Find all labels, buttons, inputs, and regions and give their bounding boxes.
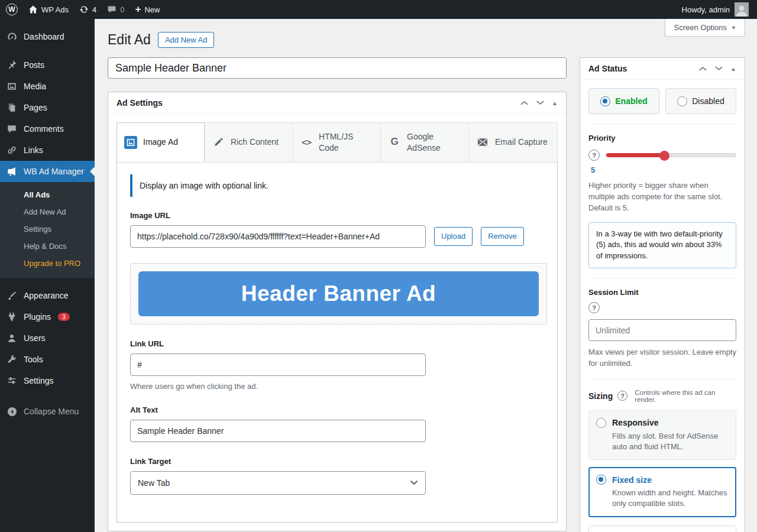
- avatar[interactable]: [735, 2, 749, 17]
- priority-label: Priority: [588, 134, 736, 142]
- sidebar-item-plugins[interactable]: Plugins 3: [0, 306, 95, 327]
- enabled-button[interactable]: Enabled: [588, 88, 659, 114]
- ad-type-tabs: Image Ad Rich Content <> HTML/JS Code: [117, 122, 558, 162]
- home-icon: [28, 5, 38, 14]
- plugins-icon: [6, 311, 18, 323]
- pages-icon: [6, 102, 18, 113]
- alt-text-label: Alt Text: [130, 406, 544, 414]
- session-limit-input[interactable]: [588, 319, 736, 341]
- sidebar-item-dashboard[interactable]: Dashboard: [0, 26, 95, 47]
- upload-button[interactable]: Upload: [434, 227, 473, 246]
- admin-sidebar: Dashboard Posts Media Pages Comments Lin…: [0, 19, 95, 532]
- sizing-option-fixed[interactable]: Fixed size Known width and height. Match…: [588, 467, 736, 517]
- sidebar-item-label: Tools: [24, 355, 43, 364]
- sidebar-item-tools[interactable]: Tools: [0, 349, 95, 370]
- session-limit-help-text: Max views per visitor session. Leave emp…: [588, 347, 736, 369]
- submenu-item-settings[interactable]: Settings: [0, 220, 95, 238]
- add-new-ad-button[interactable]: Add New Ad: [158, 32, 215, 48]
- links-icon: [6, 144, 18, 156]
- responsive-radio: [596, 418, 606, 428]
- comments-link[interactable]: 0: [107, 5, 124, 14]
- move-up-icon[interactable]: [698, 66, 707, 72]
- link-url-input[interactable]: [130, 353, 426, 376]
- sidebar-item-label: Media: [24, 82, 46, 91]
- responsive-desc: Fills any slot. Best for AdSense auto an…: [612, 431, 729, 452]
- megaphone-icon: [6, 166, 18, 177]
- sidebar-item-pages[interactable]: Pages: [0, 97, 95, 118]
- enabled-radio: [600, 96, 610, 106]
- ad-title-input[interactable]: [108, 57, 567, 79]
- metabox-title: Ad Status: [588, 64, 627, 73]
- howdy-account-link[interactable]: Howdy, admin: [682, 5, 730, 14]
- priority-help-icon[interactable]: ?: [588, 150, 600, 161]
- session-limit-label: Session Limit: [588, 288, 736, 297]
- image-url-input[interactable]: [130, 225, 426, 248]
- image-ad-panel: Display an image with optional link. Ima…: [117, 162, 558, 523]
- move-down-icon[interactable]: [536, 100, 545, 106]
- submenu-item-add-new-ad[interactable]: Add New Ad: [0, 203, 95, 220]
- wordpress-logo-icon[interactable]: W: [6, 4, 18, 15]
- plugins-update-badge: 3: [58, 313, 70, 321]
- settings-icon: [6, 375, 18, 387]
- ad-status-metabox: Ad Status ▲ Enabled: [580, 57, 745, 532]
- move-down-icon[interactable]: [714, 66, 723, 72]
- tab-email-capture[interactable]: Email Capture: [469, 123, 557, 162]
- site-name-link[interactable]: WP Ads: [28, 5, 69, 14]
- page-title: Edit Ad: [108, 32, 151, 48]
- link-target-select[interactable]: New Tab: [130, 471, 426, 495]
- alt-text-input[interactable]: [130, 420, 426, 442]
- envelope-icon: [476, 136, 489, 149]
- sidebar-item-label: Users: [24, 333, 46, 343]
- sidebar-item-comments[interactable]: Comments: [0, 118, 95, 140]
- responsive-title: Responsive: [612, 418, 659, 427]
- toggle-panel-icon[interactable]: ▲: [730, 66, 736, 72]
- updates-link[interactable]: 4: [79, 5, 96, 14]
- tab-description-notice: Display an image with optional link.: [130, 174, 544, 197]
- sidebar-item-label: Appearance: [24, 291, 69, 300]
- sidebar-item-links[interactable]: Links: [0, 140, 95, 161]
- sizing-help-icon[interactable]: ?: [617, 391, 627, 401]
- sidebar-item-appearance[interactable]: Appearance: [0, 285, 95, 306]
- remove-button[interactable]: Remove: [481, 227, 523, 246]
- tab-image-ad[interactable]: Image Ad: [117, 122, 205, 162]
- new-label: New: [144, 5, 160, 14]
- priority-info-box: In a 3-way tie with two default-priority…: [588, 222, 736, 269]
- sidebar-item-wb-ad-manager[interactable]: WB Ad Manager: [0, 161, 95, 182]
- chevron-down-icon: [410, 480, 418, 485]
- sidebar-item-label: Plugins: [24, 312, 51, 322]
- tab-label: Email Capture: [495, 137, 548, 148]
- priority-slider[interactable]: [606, 153, 736, 157]
- link-target-label: Link Target: [130, 457, 544, 466]
- appearance-icon: [6, 290, 18, 301]
- tab-rich-content[interactable]: Rich Content: [205, 123, 293, 162]
- collapse-menu-button[interactable]: Collapse Menu: [0, 401, 95, 422]
- screen-options-button[interactable]: Screen Options ▼: [665, 19, 745, 37]
- sizing-option-responsive[interactable]: Responsive Fills any slot. Best for AdSe…: [588, 410, 736, 460]
- media-icon: [6, 80, 18, 92]
- sidebar-item-settings[interactable]: Settings: [0, 370, 95, 391]
- sidebar-item-media[interactable]: Media: [0, 76, 95, 97]
- comments-icon: [6, 123, 18, 135]
- tools-icon: [6, 353, 18, 365]
- new-content-link[interactable]: + New: [135, 5, 160, 14]
- users-icon: [6, 332, 18, 344]
- move-up-icon[interactable]: [520, 100, 529, 106]
- tab-google-adsense[interactable]: G Google AdSense: [381, 123, 469, 162]
- session-limit-help-icon[interactable]: ?: [588, 302, 600, 313]
- submenu-item-all-ads[interactable]: All Ads: [0, 186, 95, 203]
- triangle-down-icon: ▼: [731, 25, 736, 31]
- submenu-item-help-docs[interactable]: Help & Docs: [0, 238, 95, 255]
- dashboard-icon: [6, 31, 18, 43]
- tab-html-js-code[interactable]: <> HTML/JS Code: [293, 123, 381, 162]
- comments-count: 0: [120, 5, 124, 14]
- tab-label: HTML/JS Code: [319, 131, 373, 154]
- sidebar-item-label: Dashboard: [24, 32, 64, 41]
- sidebar-item-users[interactable]: Users: [0, 327, 95, 349]
- screen-options-label: Screen Options: [674, 23, 727, 32]
- sidebar-item-posts[interactable]: Posts: [0, 54, 95, 76]
- disabled-button[interactable]: Disabled: [665, 88, 736, 114]
- fixed-radio: [596, 475, 606, 485]
- priority-slider-thumb[interactable]: [659, 151, 669, 161]
- toggle-panel-icon[interactable]: ▲: [552, 100, 558, 106]
- submenu-item-upgrade-pro[interactable]: Upgrade to PRO: [0, 255, 95, 272]
